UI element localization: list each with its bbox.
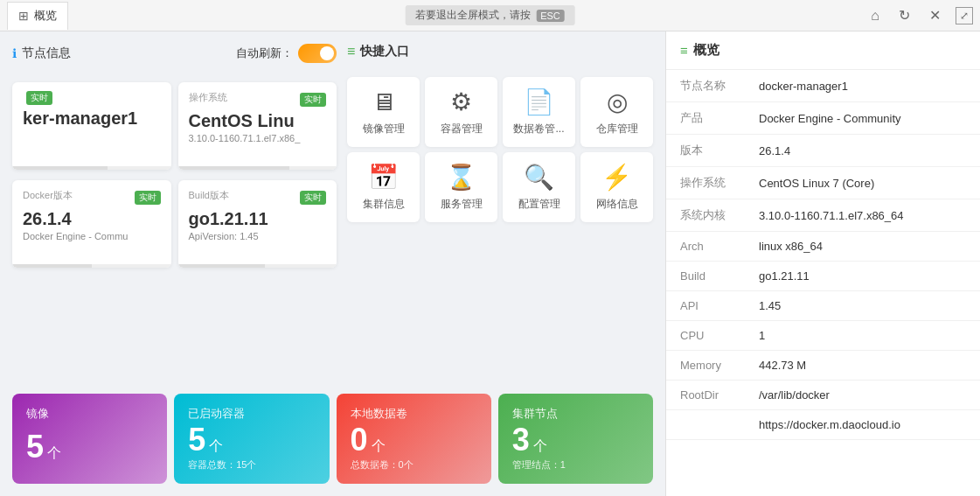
quick-item-service[interactable]: ⌛ 服务管理 (425, 152, 497, 222)
overview-label-10: RootDir (666, 381, 745, 410)
overview-row: 操作系统CentOS Linux 7 (Core) (666, 167, 980, 199)
container-icon: ⚙ (450, 87, 472, 116)
quick-item-registry[interactable]: ◎ 仓库管理 (580, 77, 653, 147)
node-info-title: ℹ 节点信息 (12, 45, 71, 61)
node-cards-row: 实时 ker-manager1 操作系统 实时 CentOS Linu (12, 82, 337, 170)
card2-label: Docker版本 (23, 189, 73, 202)
card0-value: ker-manager1 (23, 108, 161, 129)
card1-sub: 3.10.0-1160.71.1.el7.x86_ (189, 133, 327, 143)
quick-label-7: 网络信息 (596, 197, 638, 212)
stats-row: 镜像 5 个 已启动容器 5 个 容器总数：15个 本地数据卷 0 (12, 394, 653, 484)
overview-value-0: docker-manager1 (745, 70, 980, 102)
tab-label: 概览 (34, 8, 57, 24)
overview-value-3: CentOS Linux 7 (Core) (745, 167, 980, 199)
notice-text: 若要退出全屏模式，请按 (415, 8, 531, 23)
close-button[interactable]: ✕ (925, 5, 945, 25)
expand-button[interactable]: ⤢ (956, 7, 973, 24)
quick-grid: 🖥 镜像管理 ⚙ 容器管理 📄 数据卷管... ◎ 仓库管理 (347, 77, 653, 222)
left-panel: ℹ 节点信息 自动刷新： 实时 ker-ma (0, 31, 665, 496)
stat-value-3: 3 个 (512, 422, 639, 458)
stat-title-2: 本地数据卷 (351, 406, 477, 422)
node-cards-row2: Docker版本 实时 26.1.4 Docker Engine - Commu… (12, 180, 337, 268)
stat-sub-1: 容器总数：15个 (188, 458, 315, 472)
card3-label: Build版本 (189, 189, 229, 202)
stat-title-0: 镜像 (26, 406, 153, 422)
node-info-header: ℹ 节点信息 自动刷新： (12, 44, 337, 63)
node-info-section: ℹ 节点信息 自动刷新： 实时 ker-ma (12, 44, 337, 383)
stat-card-containers: 已启动容器 5 个 容器总数：15个 (174, 394, 329, 484)
overview-value-1: Docker Engine - Community (745, 102, 980, 135)
volume-icon: 📄 (524, 87, 554, 116)
overview-header-icon: ≡ (680, 43, 688, 58)
overview-value-8: 1 (745, 321, 980, 351)
quick-label-5: 服务管理 (441, 197, 483, 212)
overview-row: API1.45 (666, 291, 980, 321)
stat-title-3: 集群节点 (512, 406, 639, 422)
overview-label-2: 版本 (666, 135, 745, 167)
stat-value-2: 0 个 (351, 422, 477, 458)
card0-badge: 实时 (26, 91, 52, 105)
titlebar: ⊞ 概览 若要退出全屏模式，请按 ESC ⌂ ↻ ✕ ⤢ (0, 0, 980, 31)
overview-label-1: 产品 (666, 102, 745, 135)
card3-badge: 实时 (300, 191, 326, 205)
overview-row: CPU1 (666, 321, 980, 351)
stat-title-1: 已启动容器 (188, 406, 315, 422)
overview-row: 节点名称docker-manager1 (666, 70, 980, 102)
overview-header: ≡ 概览 (666, 31, 980, 70)
quick-access-title: 快捷入口 (360, 44, 409, 59)
overview-value-7: 1.45 (745, 291, 980, 321)
quick-label-4: 集群信息 (363, 197, 405, 212)
overview-value-6: go1.21.11 (745, 262, 980, 291)
card2-value: 26.1.4 (23, 209, 161, 229)
titlebar-actions: ⌂ ↻ ✕ ⤢ (866, 5, 973, 25)
quick-item-image[interactable]: 🖥 镜像管理 (347, 77, 420, 147)
stat-card-nodes: 集群节点 3 个 管理结点：1 (498, 394, 653, 484)
top-row: ℹ 节点信息 自动刷新： 实时 ker-ma (12, 44, 653, 383)
service-icon: ⌛ (446, 163, 476, 192)
card2-badge: 实时 (135, 191, 161, 205)
quick-item-volume[interactable]: 📄 数据卷管... (503, 77, 575, 147)
tab-icon: ⊞ (18, 9, 29, 23)
docker-version-card: Docker版本 实时 26.1.4 Docker Engine - Commu (12, 180, 171, 268)
overview-label-7: API (666, 291, 745, 321)
overview-label-8: CPU (666, 321, 745, 351)
quick-label-6: 配置管理 (518, 197, 560, 212)
stat-sub-2: 总数据卷：0个 (351, 458, 477, 472)
cluster-icon: 📅 (368, 163, 399, 192)
registry-icon: ◎ (607, 87, 628, 116)
overview-value-10: /var/lib/docker (745, 381, 980, 410)
quick-access-header: ≡ 快捷入口 (347, 44, 653, 59)
quick-item-container[interactable]: ⚙ 容器管理 (425, 77, 497, 147)
quick-label-1: 容器管理 (441, 122, 483, 136)
overview-value-2: 26.1.4 (745, 135, 980, 167)
overview-label-3: 操作系统 (666, 167, 745, 199)
auto-refresh-label: 自动刷新： (236, 45, 293, 61)
auto-refresh-toggle[interactable] (298, 44, 337, 63)
quick-label-2: 数据卷管... (513, 122, 564, 136)
card3-progress (178, 264, 337, 268)
network-icon: ⚡ (601, 163, 632, 192)
card3-sub: ApiVersion: 1.45 (189, 231, 327, 241)
node-info-label: 节点信息 (22, 45, 71, 61)
refresh-button[interactable]: ↻ (894, 5, 914, 25)
overview-value-9: 442.73 M (745, 351, 980, 381)
overview-title: 概览 (693, 42, 719, 59)
overview-label-5: Arch (666, 232, 745, 262)
card3-value: go1.21.11 (189, 209, 327, 229)
quick-item-network[interactable]: ⚡ 网络信息 (580, 152, 653, 222)
overview-value-5: linux x86_64 (745, 232, 980, 262)
quick-item-cluster[interactable]: 📅 集群信息 (347, 152, 420, 222)
stat-value-1: 5 个 (188, 422, 315, 458)
home-button[interactable]: ⌂ (866, 6, 884, 25)
overview-label-6: Build (666, 262, 745, 291)
overview-row: 版本26.1.4 (666, 135, 980, 167)
stat-value-0: 5 个 (26, 429, 153, 465)
overview-row: Archlinux x86_64 (666, 232, 980, 262)
overview-label-4: 系统内核 (666, 199, 745, 232)
quick-item-config[interactable]: 🔍 配置管理 (503, 152, 575, 222)
stat-card-volumes: 本地数据卷 0 个 总数据卷：0个 (337, 394, 491, 484)
overview-label-11 (666, 410, 745, 440)
card1-value: CentOS Linu (189, 111, 327, 131)
esc-key: ESC (536, 10, 565, 22)
overview-tab[interactable]: ⊞ 概览 (7, 2, 68, 30)
